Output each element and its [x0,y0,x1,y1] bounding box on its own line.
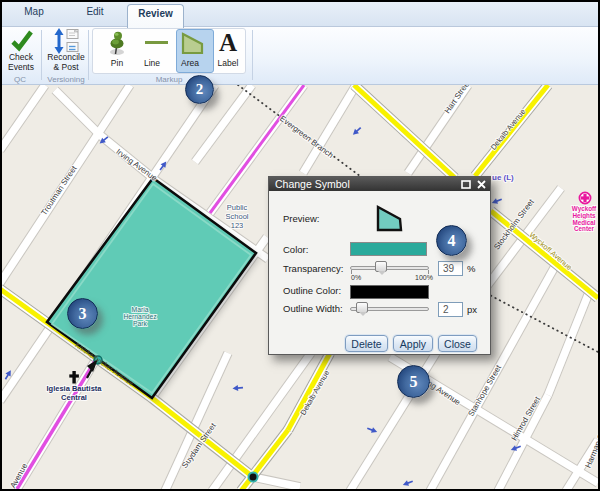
svg-text:Center: Center [574,225,594,232]
svg-text:123: 123 [231,221,244,230]
svg-text:Public: Public [227,203,248,212]
svg-text:Hernandez: Hernandez [123,313,157,320]
svg-text:Park: Park [133,320,148,327]
svg-text:School: School [226,212,249,221]
svg-text:ue (L): ue (L) [492,173,514,182]
svg-text:Central: Central [61,393,87,402]
svg-text:Maria: Maria [132,306,149,313]
